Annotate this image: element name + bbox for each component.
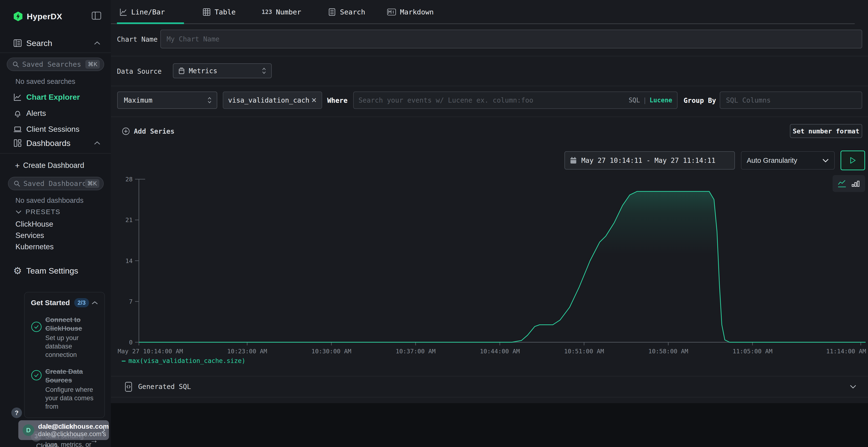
user-email: dale@clickhouse.com [38, 423, 101, 431]
svg-text:11:05:00 AM: 11:05:00 AM [733, 348, 773, 355]
svg-text:10:23:00 AM: 10:23:00 AM [227, 348, 267, 355]
date-range-picker[interactable]: May 27 10:14:11 - May 27 11:14:11 [564, 151, 735, 170]
sidebar-collapse-icon[interactable] [92, 11, 101, 20]
database-icon [178, 67, 185, 74]
get-started-step-sources[interactable]: Create Data Sources Configure where your… [31, 367, 98, 411]
sidebar-item-alerts[interactable]: Alerts [13, 107, 106, 119]
search-section-icon [13, 39, 22, 47]
divider [111, 397, 868, 398]
set-number-format-button[interactable]: Set number format [790, 124, 862, 138]
main-content: Line/Bar Table 123 Number Search [111, 0, 868, 447]
where-search-box: SQL | Lucene [353, 92, 678, 109]
sidebar-section-search[interactable]: Search [13, 37, 104, 49]
group-by-input[interactable] [720, 92, 862, 109]
chart-legend[interactable]: — max(visa_validation_cache.size) [122, 357, 245, 365]
metric-name: visa_validation_cach [228, 96, 309, 104]
create-dashboard-button[interactable]: + Create Dashboard [15, 160, 106, 171]
step-title: Create Data Sources [45, 367, 98, 385]
chart-name-input[interactable] [160, 30, 862, 48]
date-range-value: May 27 10:14:11 - May 27 11:14:11 [581, 157, 715, 165]
generated-sql-label: Generated SQL [138, 383, 191, 391]
sidebar-item-chart-explorer[interactable]: Chart Explorer [13, 91, 106, 103]
preset-item-kubernetes[interactable]: Kubernetes [16, 243, 54, 251]
generated-sql-toggle[interactable]: Generated SQL [111, 376, 868, 397]
tab-markdown[interactable]: Markdown [387, 0, 434, 24]
code-icon [124, 381, 133, 392]
check-circle-icon [31, 370, 42, 381]
sidebar-item-client-sessions[interactable]: Client Sessions [13, 123, 106, 135]
aggregation-select[interactable]: Maximum [117, 92, 217, 109]
where-label: Where [327, 97, 347, 105]
svg-text:0: 0 [129, 339, 133, 346]
sql-mode-button[interactable]: SQL [628, 97, 640, 104]
laptop-icon [13, 125, 22, 133]
tab-label: Markdown [400, 8, 434, 16]
user-menu[interactable]: D dale@clickhouse.com dale@clickhouse.co… [18, 420, 109, 440]
select-updown-icon [207, 97, 212, 104]
chevron-up-icon[interactable] [94, 141, 101, 145]
user-team-overflow: Cloud9 [36, 442, 58, 447]
legend-label: max(visa_validation_cache.size) [128, 357, 245, 365]
get-started-progress-badge: 2/3 [74, 298, 89, 307]
svg-text:10:51:00 AM: 10:51:00 AM [564, 348, 604, 355]
check-circle-icon [31, 321, 42, 332]
get-started-title: Get Started [31, 299, 70, 307]
presets-label: PRESETS [26, 208, 61, 216]
calendar-icon [570, 157, 577, 164]
aggregation-value: Maximum [124, 96, 152, 104]
chevron-up-icon[interactable] [94, 41, 101, 45]
data-source-select[interactable]: Metrics [173, 63, 272, 78]
saved-searches-input[interactable] [22, 60, 85, 68]
metric-chip[interactable]: visa_validation_cach ✕ [223, 92, 322, 109]
bell-icon [13, 109, 22, 117]
tab-search[interactable]: Search [328, 0, 365, 24]
chevron-up-icon[interactable] [91, 301, 98, 305]
chart-explorer-icon [13, 93, 22, 101]
where-search-input[interactable] [359, 96, 625, 104]
data-source-label: Data Source [117, 67, 161, 75]
step-title: Connect to ClickHouse [45, 315, 98, 333]
step-subtitle: Set up your database connection [45, 334, 98, 359]
tab-number[interactable]: 123 Number [261, 0, 301, 24]
saved-dashboards-pill[interactable]: ⌘K [8, 177, 104, 190]
timeseries-chart[interactable]: 07142128May 27 10:14:00 AM10:23:00 AM10:… [111, 169, 868, 366]
saved-dashboards-input[interactable] [23, 179, 85, 187]
tab-label: Table [215, 8, 236, 16]
divider [0, 153, 111, 153]
preset-item-clickhouse[interactable]: ClickHouse [16, 220, 53, 229]
preset-item-services[interactable]: Services [16, 231, 44, 240]
chart-name-label: Chart Name [117, 35, 158, 43]
svg-text:10:37:00 AM: 10:37:00 AM [396, 348, 436, 355]
language-separator: | [643, 97, 647, 104]
divider [111, 86, 868, 86]
no-saved-dashboards-text: No saved dashboards [16, 197, 84, 204]
lucene-mode-button[interactable]: Lucene [650, 97, 672, 104]
tab-label: Line/Bar [131, 8, 165, 16]
sidebar: HyperDX Search ⌘K No saved searches Char… [0, 0, 111, 447]
app-title: HyperDX [27, 12, 62, 21]
add-series-label: Add Series [134, 128, 175, 135]
avatar: D [23, 424, 34, 436]
run-query-button[interactable] [840, 150, 865, 170]
close-icon[interactable]: ✕ [311, 96, 317, 104]
svg-text:21: 21 [125, 216, 133, 224]
sidebar-section-dashboards[interactable]: Dashboards [13, 137, 104, 149]
add-series-button[interactable]: Add Series [122, 127, 175, 135]
tab-line-bar[interactable]: Line/Bar [119, 0, 165, 24]
chevron-down-icon [16, 210, 22, 214]
help-button[interactable]: ? [11, 408, 22, 418]
select-updown-icon [261, 67, 267, 74]
get-started-step-connect[interactable]: Connect to ClickHouse Set up your databa… [31, 315, 98, 359]
dashboards-label: Dashboards [26, 138, 70, 148]
saved-searches-pill[interactable]: ⌘K [7, 58, 104, 71]
create-dashboard-label: Create Dashboard [23, 161, 84, 170]
presets-toggle[interactable]: PRESETS [16, 208, 61, 216]
tab-table[interactable]: Table [203, 0, 236, 24]
line-chart-icon [119, 8, 127, 16]
granularity-select[interactable]: Auto Granularity [741, 151, 835, 170]
divider [0, 53, 111, 53]
query-language-toggle: SQL | Lucene [628, 97, 672, 104]
get-started-card: Get Started 2/3 Connect to ClickHouse Se… [24, 292, 105, 418]
step-subtitle: Configure where your data comes from [45, 386, 98, 411]
sidebar-item-team-settings[interactable]: ⚙ Team Settings [13, 265, 104, 276]
